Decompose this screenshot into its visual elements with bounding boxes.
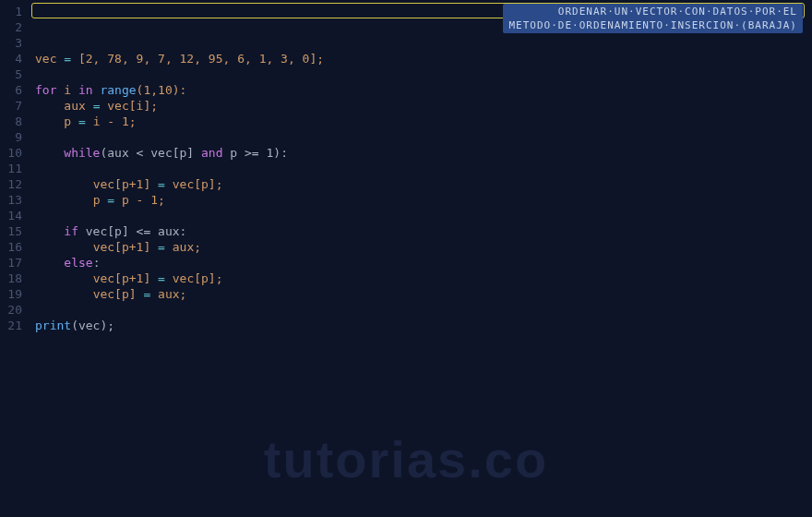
code-line[interactable] bbox=[35, 208, 812, 223]
code-line[interactable] bbox=[35, 129, 812, 145]
code-area[interactable]: vec = [2, 78, 9, 7, 12, 95, 6, 1, 3, 0];… bbox=[30, 0, 812, 517]
code-line[interactable]: print(vec); bbox=[35, 318, 812, 333]
banner-line-2: METODO·DE·ORDENAMIENTO·INSERCION·(BARAJA… bbox=[508, 18, 797, 32]
line-number: 21 bbox=[0, 318, 22, 333]
line-number: 2 bbox=[0, 19, 22, 35]
line-number: 11 bbox=[0, 161, 22, 176]
comment-banner: ORDENAR·UN·VECTOR·CON·DATOS·POR·EL METOD… bbox=[503, 4, 803, 33]
line-number-gutter: 1 2 3 4 5 6 7 8 9 10 11 12 13 14 15 16 1… bbox=[0, 0, 30, 517]
line-number: 6 bbox=[0, 82, 22, 98]
code-line[interactable] bbox=[35, 161, 812, 176]
code-line[interactable]: vec[p+1] = aux; bbox=[35, 239, 812, 255]
code-line[interactable]: p = i - 1; bbox=[35, 114, 812, 129]
line-number: 10 bbox=[0, 145, 22, 161]
code-line[interactable]: vec[p+1] = vec[p]; bbox=[35, 271, 812, 286]
code-line[interactable]: if vec[p] <= aux: bbox=[35, 223, 812, 239]
line-number: 8 bbox=[0, 114, 22, 129]
code-line[interactable] bbox=[35, 302, 812, 318]
code-line[interactable] bbox=[35, 66, 812, 82]
line-number: 3 bbox=[0, 35, 22, 51]
line-number: 13 bbox=[0, 192, 22, 208]
line-number: 17 bbox=[0, 255, 22, 271]
line-number: 15 bbox=[0, 223, 22, 239]
line-number: 9 bbox=[0, 129, 22, 145]
line-number: 19 bbox=[0, 286, 22, 302]
line-number: 7 bbox=[0, 98, 22, 114]
banner-line-1: ORDENAR·UN·VECTOR·CON·DATOS·POR·EL bbox=[508, 5, 797, 18]
code-line[interactable]: p = p - 1; bbox=[35, 192, 812, 208]
line-number: 5 bbox=[0, 66, 22, 82]
line-number: 18 bbox=[0, 271, 22, 286]
code-line[interactable]: vec[p+1] = vec[p]; bbox=[35, 176, 812, 192]
code-line[interactable]: vec[p] = aux; bbox=[35, 286, 812, 302]
line-number: 20 bbox=[0, 302, 22, 318]
code-line[interactable] bbox=[35, 35, 812, 51]
line-number: 16 bbox=[0, 239, 22, 255]
line-number: 1 bbox=[0, 4, 22, 19]
line-number: 4 bbox=[0, 51, 22, 66]
code-line[interactable]: aux = vec[i]; bbox=[35, 98, 812, 114]
code-editor[interactable]: 1 2 3 4 5 6 7 8 9 10 11 12 13 14 15 16 1… bbox=[0, 0, 812, 517]
line-number: 14 bbox=[0, 208, 22, 223]
line-number: 12 bbox=[0, 176, 22, 192]
code-line[interactable]: for i in range(1,10): bbox=[35, 82, 812, 98]
code-line[interactable]: while(aux < vec[p] and p >= 1): bbox=[35, 145, 812, 161]
code-line[interactable]: vec = [2, 78, 9, 7, 12, 95, 6, 1, 3, 0]; bbox=[35, 51, 812, 66]
code-line[interactable]: else: bbox=[35, 255, 812, 271]
